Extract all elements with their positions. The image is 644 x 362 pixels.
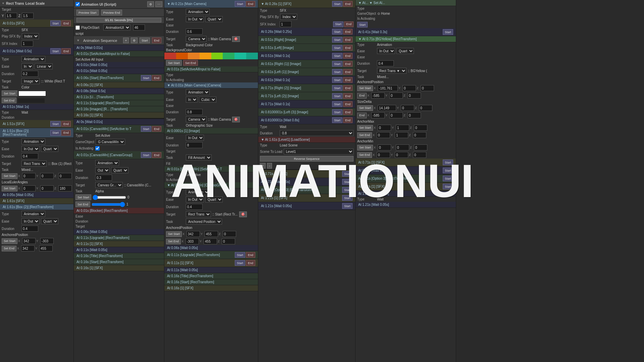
set-start-btn-1[interactable]: Set Start: [2, 90, 17, 96]
z-input[interactable]: [22, 13, 34, 19]
cg-start-btn[interactable]: Start: [141, 152, 151, 158]
cam2-duration-input[interactable]: [186, 109, 203, 115]
seq-end-btn-5[interactable]: End: [152, 75, 161, 81]
d4-start-12[interactable]: Start: [332, 101, 342, 107]
d4-start-13[interactable]: Start: [332, 109, 342, 115]
d5-wait-start[interactable]: Start: [443, 168, 453, 173]
cam-ease-quart[interactable]: Quart: [205, 16, 223, 22]
end-btn-4[interactable]: End: [61, 130, 71, 136]
d5-sey-input[interactable]: [389, 112, 403, 118]
cy2-input[interactable]: [204, 238, 217, 244]
d5-size-start-btn[interactable]: Set Start: [357, 105, 373, 111]
d5-amax-start-btn[interactable]: Set Start: [357, 125, 373, 131]
d5-aminez-input[interactable]: [413, 152, 426, 158]
d4-start-4[interactable]: Start: [332, 37, 342, 43]
cg2-ease-quart[interactable]: Quart: [205, 196, 223, 202]
d5-amy-input[interactable]: [396, 125, 409, 131]
plus-btn[interactable]: +: [260, 163, 266, 169]
play-on-start-check[interactable]: [75, 25, 80, 30]
d5-sz-input[interactable]: [421, 85, 434, 91]
d4-wait-dur-sel[interactable]: 0.8: [280, 130, 354, 136]
start-btn-4[interactable]: Start: [50, 130, 61, 136]
anchor-end-btn[interactable]: Set End: [2, 246, 16, 251]
d4-end-9[interactable]: End: [343, 77, 353, 83]
ay2-input[interactable]: [39, 245, 53, 251]
duration-input-1[interactable]: [21, 71, 38, 77]
d5-ey-input[interactable]: [389, 93, 403, 99]
reverse-seq-btn[interactable]: Reverse Sequence: [260, 156, 354, 162]
sc-start-btn[interactable]: Start: [235, 260, 245, 266]
d5-1-21-start[interactable]: Start: [443, 184, 453, 189]
d4-1-21-wait-start[interactable]: Start: [342, 203, 353, 209]
cy-input[interactable]: [205, 231, 218, 237]
d5-sez-input[interactable]: [408, 112, 421, 118]
d5-aminx-input[interactable]: [378, 144, 391, 150]
ease-quart-2[interactable]: Quart: [41, 218, 58, 224]
d5-amx-input[interactable]: [378, 125, 391, 131]
set-start-btn-xyz[interactable]: Set Start: [2, 173, 17, 179]
d5-amex-input[interactable]: [377, 132, 390, 138]
cg-type-select[interactable]: Animation: [95, 160, 119, 166]
fill-task-sel[interactable]: Fill Amount: [186, 155, 212, 161]
play-sfx-select[interactable]: Index: [22, 33, 39, 39]
cam2-target-btn[interactable]: 🎯: [232, 117, 240, 122]
d4-start-10[interactable]: Start: [332, 85, 342, 91]
d4-start-8[interactable]: Start: [332, 69, 342, 75]
alpha-end-slider[interactable]: [92, 202, 125, 207]
d4-end-2[interactable]: End: [344, 21, 354, 27]
cg-ease-quart[interactable]: Quart: [111, 167, 128, 173]
d4-end-6[interactable]: End: [343, 53, 353, 59]
fill-ease-sel[interactable]: In Out: [186, 135, 204, 141]
d5-amey-input[interactable]: [395, 132, 408, 138]
type-select-1[interactable]: Animation: [21, 56, 45, 62]
duration-input-3[interactable]: [21, 226, 38, 232]
cg2-target-sel[interactable]: Rect Trans: [186, 211, 211, 217]
d5-amin-end-btn[interactable]: Set End: [357, 152, 372, 158]
d5-aminy-input[interactable]: [396, 144, 409, 150]
set-end-btn-1[interactable]: Set End: [2, 98, 16, 103]
d4-end-5[interactable]: End: [343, 45, 353, 51]
cam-ease-in-out[interactable]: In Out: [186, 16, 204, 22]
d5-aminex-input[interactable]: [377, 152, 390, 158]
d4-start-2[interactable]: Start: [333, 21, 343, 27]
cam2-type-sel[interactable]: Animation: [186, 89, 210, 95]
anim-ui-select[interactable]: AnimationUI: [103, 24, 130, 31]
seq-start-btn-5[interactable]: Start: [141, 75, 151, 81]
z-input-1[interactable]: [58, 173, 72, 179]
type-select-3[interactable]: Animation: [21, 211, 45, 217]
cam-end-btn[interactable]: End: [246, 1, 255, 7]
script-checkbox[interactable]: [75, 2, 80, 6]
d5-sex-input[interactable]: [371, 112, 385, 118]
d5-sy-input[interactable]: [402, 85, 416, 91]
d4-start-1[interactable]: Start: [332, 1, 342, 7]
preview-start-btn[interactable]: Preview Start: [76, 10, 99, 15]
cg2-ease-in-out[interactable]: In Out: [186, 196, 204, 202]
set-end-bg-btn[interactable]: Set End: [183, 60, 198, 66]
d5-ease-sel2[interactable]: Quart: [396, 48, 414, 54]
uc-end-btn[interactable]: End: [246, 252, 255, 258]
ex-input[interactable]: [22, 185, 36, 191]
d4-end-12[interactable]: End: [343, 101, 353, 107]
cg-target-select[interactable]: Canvas Gr...: [95, 182, 123, 188]
d5-set-start-btn[interactable]: Set Start: [357, 85, 373, 91]
d4-start-6[interactable]: Start: [332, 53, 342, 59]
set-start-bg-btn[interactable]: Set Start: [166, 60, 182, 66]
cg2-type-sel[interactable]: Animation: [186, 189, 210, 195]
d4-end-14[interactable]: End: [343, 117, 353, 123]
duration-input-2[interactable]: [21, 153, 38, 159]
d5-sx-input[interactable]: [378, 85, 398, 91]
cam2-ease-in[interactable]: In: [186, 97, 198, 103]
cx2-input[interactable]: [185, 238, 199, 244]
type-select-2[interactable]: Animation: [21, 138, 45, 144]
d5-aminey-input[interactable]: [395, 152, 408, 158]
d5-ez-input[interactable]: [408, 93, 421, 99]
sfx-index-input[interactable]: [21, 41, 33, 47]
start-btn-1[interactable]: Start: [50, 20, 61, 26]
d4-end-3[interactable]: End: [343, 29, 353, 35]
col1-toggle-icon[interactable]: ▼: [2, 2, 5, 5]
ax-input[interactable]: [22, 238, 36, 244]
d5-sfx-start[interactable]: Start: [443, 160, 453, 165]
cg2-set-end-btn[interactable]: Set End: [166, 239, 181, 244]
start-btn-3[interactable]: Start: [50, 121, 61, 127]
d5-0-41-start[interactable]: Start: [443, 29, 453, 35]
